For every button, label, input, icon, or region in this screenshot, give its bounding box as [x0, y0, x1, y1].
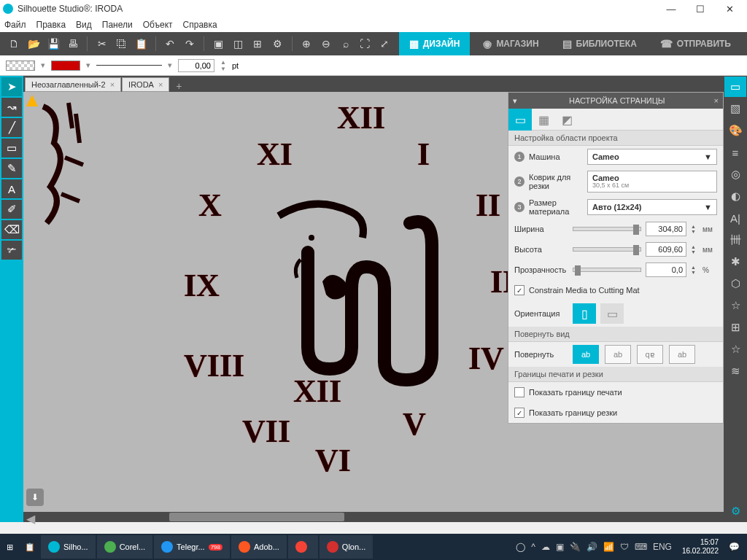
tray-power-icon[interactable]: 🔌: [570, 542, 581, 552]
tray-chevron-icon[interactable]: ^: [531, 542, 535, 552]
warning-icon[interactable]: [26, 95, 38, 106]
taskbar-item[interactable]: Adob...: [231, 535, 287, 559]
pixscan-icon[interactable]: ▧: [724, 98, 746, 119]
taskbar-item[interactable]: Qlon...: [320, 535, 373, 559]
note-tool[interactable]: ✐: [1, 200, 22, 219]
machine-dropdown[interactable]: Cameo▼: [587, 149, 717, 165]
select-tool[interactable]: ➤: [1, 77, 22, 96]
add-tab-button[interactable]: +: [170, 80, 187, 92]
offset-icon[interactable]: ☆: [724, 295, 746, 316]
h-scrollbar[interactable]: ◀: [23, 512, 724, 522]
orient-landscape[interactable]: ▭: [600, 303, 624, 324]
fill-swatch[interactable]: [6, 61, 35, 71]
undo-icon[interactable]: ↶: [162, 35, 179, 52]
tray-browser-icon[interactable]: ◯: [516, 542, 525, 552]
stroke-swatch[interactable]: [51, 61, 80, 71]
transform-icon[interactable]: ◐: [724, 186, 746, 206]
media-dropdown[interactable]: Авто (12x24)▼: [587, 199, 717, 215]
line-width-input[interactable]: [178, 59, 214, 72]
select-icon[interactable]: ▣: [210, 35, 227, 52]
redo-icon[interactable]: ↷: [182, 35, 198, 52]
stipple-icon[interactable]: ☆: [724, 339, 746, 359]
maximize-button[interactable]: ☐: [686, 0, 715, 18]
tab-library[interactable]: ▤БИБЛИОТЕКА: [552, 32, 647, 55]
menu-object[interactable]: Объект: [143, 20, 173, 30]
tray-notifications-icon[interactable]: 💬: [729, 542, 740, 552]
constrain-checkbox[interactable]: ✓: [514, 285, 525, 295]
save-icon[interactable]: 💾: [45, 35, 62, 52]
doc-tab-2[interactable]: IRODA×: [122, 77, 169, 92]
rotate-180[interactable]: qɐ: [637, 345, 663, 364]
panel-close-icon[interactable]: ×: [714, 96, 719, 105]
taskbar-item[interactable]: Silho...: [41, 535, 96, 559]
zoom-out-icon[interactable]: ⊖: [317, 35, 334, 52]
paste-icon[interactable]: 📋: [133, 35, 150, 52]
minimize-button[interactable]: —: [657, 0, 686, 18]
tray-app-icon[interactable]: ▣: [556, 542, 564, 552]
text-tool[interactable]: A: [1, 179, 22, 198]
align-icon[interactable]: 卌: [724, 230, 746, 250]
trace-icon[interactable]: ◎: [724, 164, 746, 184]
taskbar-item[interactable]: Telegr...798: [154, 535, 230, 559]
freehand-tool[interactable]: ✎: [1, 159, 22, 178]
zoom-drag-icon[interactable]: ⤢: [376, 35, 393, 52]
width-slider[interactable]: [573, 227, 641, 231]
rotate-90[interactable]: ab: [605, 345, 631, 364]
fill-panel-icon[interactable]: 🎨: [724, 120, 746, 141]
close-tab-icon[interactable]: ×: [158, 80, 163, 89]
panel-tab-reg[interactable]: ◩: [555, 109, 578, 131]
tray-wifi-icon[interactable]: 📶: [603, 542, 614, 552]
tab-design[interactable]: ▦ДИЗАЙН: [399, 32, 471, 55]
tray-lang[interactable]: ENG: [653, 542, 672, 552]
zoom-sel-icon[interactable]: ⌕: [337, 35, 354, 52]
panel-header[interactable]: ▾ НАСТРОЙКА СТРАНИЦЫ ×: [508, 93, 723, 109]
task-search[interactable]: 📋: [20, 535, 39, 559]
edit-points-tool[interactable]: ↝: [1, 98, 22, 117]
tab-send[interactable]: ☎ОТПРАВИТЬ: [650, 32, 741, 55]
cut-icon[interactable]: ✂: [93, 35, 110, 52]
rotate-270[interactable]: ab: [669, 345, 695, 364]
tray-clock[interactable]: 15:0716.02.2022: [678, 538, 723, 556]
show-print-checkbox[interactable]: [514, 387, 525, 397]
menu-view[interactable]: Вид: [76, 20, 92, 30]
orient-portrait[interactable]: ▯: [573, 303, 596, 324]
sketch-icon[interactable]: ≋: [724, 361, 746, 381]
knife-tool[interactable]: ✃: [1, 241, 22, 260]
line-panel-icon[interactable]: ≡: [724, 142, 746, 163]
start-button[interactable]: ⊞: [1, 535, 19, 559]
taskbar-item[interactable]: [288, 535, 318, 559]
zoom-fit-icon[interactable]: ⛶: [357, 35, 374, 52]
eraser-tool[interactable]: ⌫: [1, 220, 22, 239]
tray-shield-icon[interactable]: 🛡: [620, 542, 629, 552]
line-tool[interactable]: ╱: [1, 118, 22, 137]
menu-help[interactable]: Справка: [183, 20, 217, 30]
open-icon[interactable]: 📂: [26, 35, 42, 52]
copy-icon[interactable]: ⿻: [113, 35, 130, 52]
opacity-slider[interactable]: [573, 268, 641, 272]
group-icon[interactable]: ◫: [230, 35, 247, 52]
print-icon[interactable]: 🖶: [64, 35, 81, 52]
tray-volume-icon[interactable]: 🔊: [587, 542, 597, 552]
line-style-preview[interactable]: [96, 65, 162, 66]
new-icon[interactable]: 🗋: [6, 35, 23, 52]
doc-tab-1[interactable]: Неозаглавленный-2×: [25, 77, 121, 92]
close-tab-icon[interactable]: ×: [110, 80, 115, 89]
menu-file[interactable]: Файл: [4, 20, 26, 30]
ungroup-icon[interactable]: ⊞: [249, 35, 266, 52]
taskbar-item[interactable]: Corel...: [97, 535, 152, 559]
prefs-icon[interactable]: ⚙: [724, 501, 746, 521]
rotate-0[interactable]: ab: [573, 345, 599, 364]
width-input[interactable]: 304,80: [646, 222, 686, 236]
menu-edit[interactable]: Правка: [36, 20, 66, 30]
rect-tool[interactable]: ▭: [1, 139, 22, 158]
replicate-icon[interactable]: ✱: [724, 252, 746, 272]
height-input[interactable]: 609,60: [646, 242, 686, 257]
text-panel-icon[interactable]: A|: [724, 208, 746, 228]
height-slider[interactable]: [573, 247, 641, 252]
panel-toggle-button[interactable]: ⬇: [26, 489, 44, 506]
opacity-input[interactable]: 0,0: [646, 262, 686, 277]
modify-icon[interactable]: ⬡: [724, 273, 746, 294]
tab-store[interactable]: ◉МАГАЗИН: [473, 32, 549, 55]
page-setup-icon[interactable]: ▭: [724, 77, 746, 97]
show-cut-checkbox[interactable]: ✓: [514, 408, 525, 418]
